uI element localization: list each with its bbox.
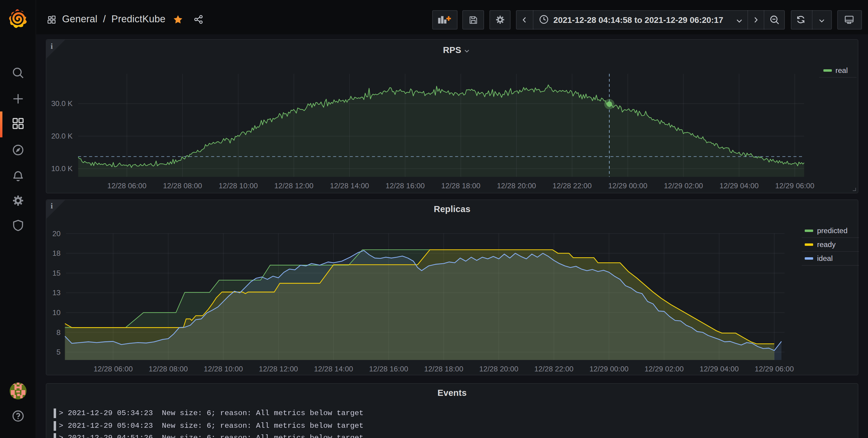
svg-text:5: 5 — [56, 348, 61, 356]
svg-text:12/29 02:00: 12/29 02:00 — [644, 365, 684, 373]
svg-text:12/28 20:00: 12/28 20:00 — [479, 365, 518, 373]
svg-text:12/28 22:00: 12/28 22:00 — [534, 365, 574, 373]
svg-text:13: 13 — [53, 288, 61, 296]
svg-text:12/28 08:00: 12/28 08:00 — [163, 182, 202, 190]
svg-text:12/28 16:00: 12/28 16:00 — [369, 365, 408, 373]
svg-text:12/29 00:00: 12/29 00:00 — [590, 365, 629, 373]
svg-text:12/28 10:00: 12/28 10:00 — [218, 182, 258, 190]
svg-text:12/29 00:00: 12/29 00:00 — [608, 182, 647, 190]
svg-text:12/28 22:00: 12/28 22:00 — [553, 182, 592, 190]
svg-text:12/29 04:00: 12/29 04:00 — [719, 182, 758, 190]
svg-text:15: 15 — [53, 269, 61, 277]
svg-text:12/29 04:00: 12/29 04:00 — [700, 365, 739, 373]
svg-text:12/28 12:00: 12/28 12:00 — [259, 365, 298, 373]
svg-text:12/28 14:00: 12/28 14:00 — [330, 182, 369, 190]
svg-text:8: 8 — [56, 328, 61, 336]
svg-text:12/28 18:00: 12/28 18:00 — [441, 182, 480, 190]
svg-text:30.0 K: 30.0 K — [51, 99, 73, 107]
svg-text:12/28 18:00: 12/28 18:00 — [424, 365, 463, 373]
svg-text:12/28 08:00: 12/28 08:00 — [149, 365, 188, 373]
svg-text:12/28 12:00: 12/28 12:00 — [274, 182, 313, 190]
svg-text:20: 20 — [53, 229, 61, 237]
svg-text:12/28 10:00: 12/28 10:00 — [204, 365, 243, 373]
svg-text:10: 10 — [53, 308, 61, 316]
svg-text:12/29 06:00: 12/29 06:00 — [775, 182, 814, 190]
svg-text:12/28 14:00: 12/28 14:00 — [314, 365, 353, 373]
svg-text:12/29 06:00: 12/29 06:00 — [755, 365, 794, 373]
svg-text:12/28 16:00: 12/28 16:00 — [385, 182, 425, 190]
svg-text:18: 18 — [53, 249, 61, 257]
svg-text:20.0 K: 20.0 K — [51, 132, 73, 140]
svg-text:10.0 K: 10.0 K — [51, 165, 73, 173]
svg-text:12/28 06:00: 12/28 06:00 — [93, 365, 133, 373]
svg-text:12/28 06:00: 12/28 06:00 — [107, 182, 147, 190]
svg-text:12/28 20:00: 12/28 20:00 — [497, 182, 536, 190]
svg-text:12/29 02:00: 12/29 02:00 — [664, 182, 703, 190]
